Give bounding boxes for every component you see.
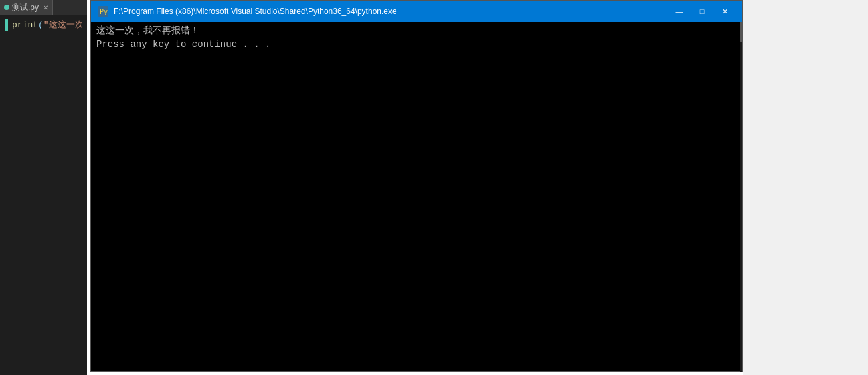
line-active-indicator xyxy=(5,19,8,31)
console-scrollbar[interactable] xyxy=(740,22,742,372)
python-icon: Py xyxy=(98,6,108,17)
svg-text:Py: Py xyxy=(100,8,108,15)
console-scrollbar-thumb xyxy=(740,22,742,42)
editor-code-text: print("这这一次，我不再报错！ xyxy=(12,19,82,32)
code-string-value: "这这一次，我不再报错！ xyxy=(44,20,82,30)
window-controls: — □ ✕ xyxy=(669,5,735,18)
tab-close-button[interactable]: ✕ xyxy=(43,4,48,11)
console-title-text: F:\Program Files (x86)\Microsoft Visual … xyxy=(114,7,669,16)
vs-tab-bar: 测试.py ✕ xyxy=(0,0,87,15)
console-output-line1: 这这一次，我不再报错！ xyxy=(96,25,737,38)
console-output-line2: Press any key to continue . . . xyxy=(96,38,737,52)
console-titlebar: Py F:\Program Files (x86)\Microsoft Visu… xyxy=(91,1,742,22)
tab-indicator-dot xyxy=(4,5,9,10)
editor-line-1: print("这这一次，我不再报错！ xyxy=(0,19,87,32)
console-window: Py F:\Program Files (x86)\Microsoft Visu… xyxy=(90,0,743,372)
maximize-button[interactable]: □ xyxy=(691,5,713,18)
tab-filename: 测试.py xyxy=(12,2,39,13)
vs-right-panel xyxy=(743,0,868,375)
vs-editor: print("这这一次，我不再报错！ xyxy=(0,15,87,375)
minimize-button[interactable]: — xyxy=(669,5,690,18)
code-keyword-print: print xyxy=(12,20,38,30)
editor-tab[interactable]: 测试.py ✕ xyxy=(0,0,53,15)
console-content: 这这一次，我不再报错！ Press any key to continue . … xyxy=(91,22,742,371)
close-button[interactable]: ✕ xyxy=(714,5,735,18)
